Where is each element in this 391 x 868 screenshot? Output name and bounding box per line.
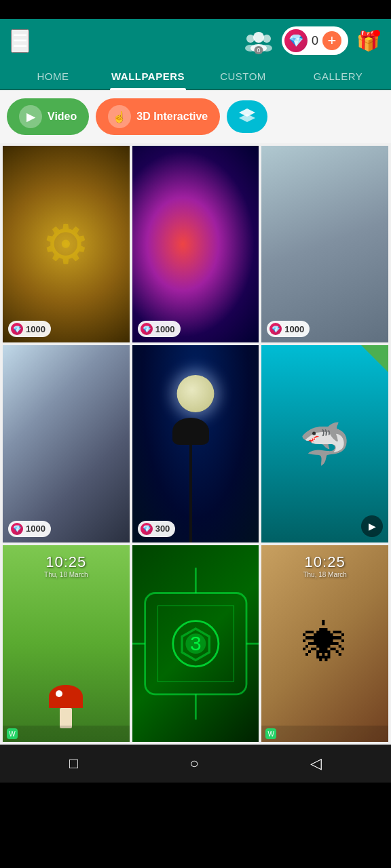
play-overlay: ▶ bbox=[361, 515, 383, 537]
price-gem-icon: 💎 bbox=[141, 523, 153, 535]
gift-notification-dot bbox=[373, 30, 380, 37]
whatsapp-icon: W bbox=[7, 728, 18, 739]
shark-scene: 🦈 bbox=[261, 345, 388, 542]
price-gem-icon: 💎 bbox=[269, 323, 282, 335]
category-video[interactable]: ▶ Video bbox=[7, 98, 89, 135]
header: ☰ 0 💎 0 + bbox=[0, 19, 391, 62]
svg-point-15 bbox=[185, 633, 206, 654]
community-badge: 0 bbox=[254, 46, 263, 54]
wallpaper-card[interactable]: 💎 1000 bbox=[3, 146, 130, 342]
wallpaper-card[interactable]: 10:25 Thu, 18 March 🕷 W bbox=[261, 545, 388, 742]
tree-silhouette bbox=[189, 425, 192, 542]
wallpaper-card[interactable]: 🦈 ▶ bbox=[261, 345, 388, 542]
card-appbar: W bbox=[261, 726, 388, 742]
price-badge: 💎 1000 bbox=[138, 321, 181, 337]
coin-count: 0 bbox=[312, 34, 318, 48]
wallpaper-card[interactable]: 💎 1000 bbox=[261, 146, 388, 342]
moon-scene bbox=[132, 345, 259, 542]
bottom-nav: □ ○ ◁ bbox=[0, 745, 391, 783]
coin-gem: 💎 bbox=[284, 29, 308, 52]
category-layers[interactable] bbox=[227, 100, 267, 133]
whatsapp-icon: W bbox=[265, 728, 276, 739]
wallpaper-grid: 💎 1000 💎 1000 💎 1000 💎 1000 💎 300 bbox=[0, 143, 391, 745]
play-icon: ▶ bbox=[19, 105, 42, 128]
price-gem-icon: 💎 bbox=[11, 323, 23, 335]
wallpaper-card[interactable]: 💎 300 bbox=[132, 345, 259, 542]
recents-button[interactable]: ◁ bbox=[297, 749, 335, 778]
circuit-art: 3 bbox=[132, 545, 259, 742]
community-button[interactable]: 0 bbox=[244, 28, 274, 53]
svg-point-1 bbox=[246, 35, 255, 43]
tab-custom[interactable]: CUSTOM bbox=[196, 62, 291, 89]
card-appbar: W bbox=[3, 726, 130, 742]
wallpaper-card[interactable]: 3 bbox=[132, 545, 259, 742]
category-row: ▶ Video ☝ 3D Interactive bbox=[0, 90, 391, 143]
nav-tabs: HOME WALLPAPERS CUSTOM GALLERY bbox=[0, 62, 391, 90]
price-badge: 💎 1000 bbox=[8, 521, 51, 537]
gift-button[interactable]: 🎁 bbox=[356, 30, 380, 52]
moon bbox=[176, 375, 214, 412]
layers-icon bbox=[238, 107, 257, 126]
tab-wallpapers[interactable]: WALLPAPERS bbox=[100, 62, 196, 89]
svg-point-2 bbox=[263, 35, 271, 43]
coin-add-button[interactable]: + bbox=[322, 31, 341, 50]
wallpaper-card[interactable]: 💎 1000 bbox=[132, 146, 259, 342]
home-button[interactable]: ○ bbox=[176, 749, 212, 778]
mushroom-scene bbox=[3, 545, 130, 742]
tab-gallery[interactable]: GALLERY bbox=[291, 62, 386, 89]
coin-counter: 💎 0 + bbox=[282, 26, 348, 55]
tab-home[interactable]: HOME bbox=[5, 62, 100, 89]
price-badge: 💎 1000 bbox=[267, 321, 310, 337]
wallpaper-card[interactable]: 💎 1000 bbox=[3, 345, 130, 542]
svg-point-0 bbox=[253, 32, 264, 43]
status-bar bbox=[0, 0, 391, 19]
spider-scene: 🕷 bbox=[261, 545, 388, 742]
menu-button[interactable]: ☰ bbox=[11, 29, 29, 53]
price-badge: 💎 1000 bbox=[8, 321, 51, 337]
touch-icon: ☝ bbox=[108, 105, 131, 128]
mushroom-cap bbox=[49, 685, 83, 708]
svg-point-13 bbox=[172, 620, 218, 666]
price-gem-icon: 💎 bbox=[11, 523, 23, 535]
wallpaper-card[interactable]: 10:25 Thu, 18 March W bbox=[3, 545, 130, 742]
svg-text:3: 3 bbox=[190, 631, 202, 654]
category-3d-interactive[interactable]: ☝ 3D Interactive bbox=[96, 98, 220, 135]
back-button[interactable]: □ bbox=[56, 749, 92, 778]
svg-marker-7 bbox=[239, 114, 255, 122]
price-gem-icon: 💎 bbox=[141, 323, 153, 335]
price-badge: 💎 300 bbox=[138, 521, 176, 537]
svg-rect-8 bbox=[145, 593, 246, 694]
